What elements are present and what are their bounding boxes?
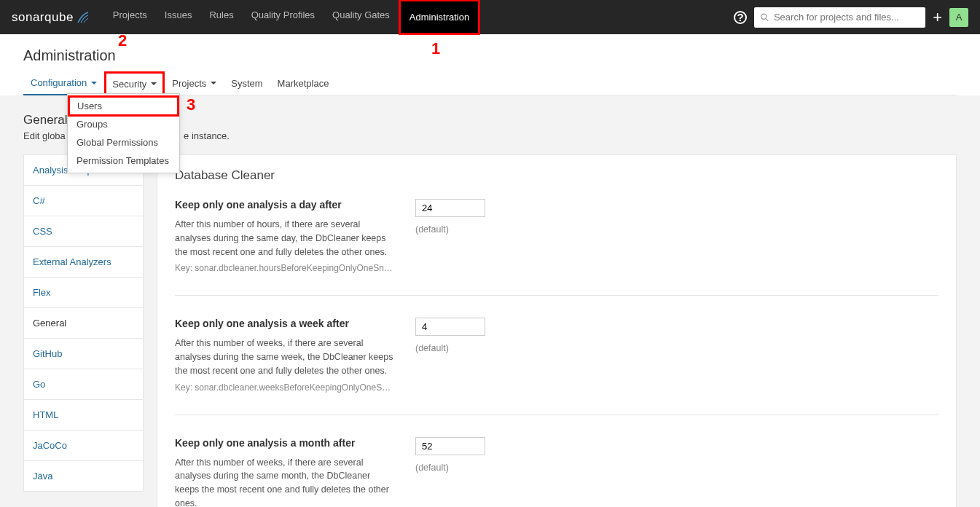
search-box[interactable] <box>754 7 925 28</box>
setting-input[interactable] <box>415 199 485 217</box>
chevron-down-icon <box>91 82 97 84</box>
search-icon <box>760 12 769 23</box>
cat-go[interactable]: Go <box>23 369 144 399</box>
nav-administration[interactable]: Administration <box>401 1 478 33</box>
topnav: sonarqube Projects Issues Rules Quality … <box>0 0 980 34</box>
nav-rules[interactable]: Rules <box>200 0 242 35</box>
setting-title: Keep only one analysis a day after <box>175 199 393 211</box>
setting-default-label: (default) <box>415 343 485 353</box>
cat-github[interactable]: GitHub <box>23 338 144 369</box>
topnav-menu: Projects Issues Rules Quality Profiles Q… <box>104 0 480 35</box>
svg-point-0 <box>761 14 767 19</box>
chevron-down-icon <box>151 82 157 85</box>
chevron-down-icon <box>211 82 216 84</box>
settings-panel: Database Cleaner Keep only one analysis … <box>157 154 957 507</box>
search-input[interactable] <box>774 12 920 23</box>
setting-row: Keep only one analysis a month after Aft… <box>175 437 938 508</box>
logo-text: sonarqube <box>12 10 74 25</box>
settings-layout: Analysis Scope C# CSS External Analyzers… <box>23 154 957 507</box>
tab-security-label: Security <box>112 79 146 90</box>
page-title: Administration <box>23 47 957 64</box>
setting-input[interactable] <box>415 318 485 336</box>
tab-configuration-label: Configuration <box>31 77 87 88</box>
setting-row: Keep only one analysis a week after Afte… <box>175 318 938 414</box>
dropdown-users[interactable]: Users <box>68 95 179 117</box>
setting-default-label: (default) <box>415 224 485 235</box>
tab-configuration[interactable]: Configuration <box>23 71 104 95</box>
dropdown-global-permissions[interactable]: Global Permissions <box>68 133 179 152</box>
cat-general[interactable]: General <box>23 307 144 338</box>
security-dropdown: Users Groups Global Permissions Permissi… <box>67 93 180 173</box>
tab-security[interactable]: Security <box>104 71 165 96</box>
tab-projects-label: Projects <box>172 78 206 89</box>
setting-desc: After this number of hours, if there are… <box>175 218 393 259</box>
setting-title: Keep only one analysis a month after <box>175 437 393 449</box>
setting-key: Key: sonar.dbcleaner.hoursBeforeKeepingO… <box>175 263 393 273</box>
cat-csharp[interactable]: C# <box>23 185 144 216</box>
logo[interactable]: sonarqube <box>12 10 91 25</box>
annotation-number-2: 2 <box>118 31 127 50</box>
tab-projects[interactable]: Projects <box>165 71 224 95</box>
nav-projects[interactable]: Projects <box>104 0 156 35</box>
setting-title: Keep only one analysis a week after <box>175 318 393 329</box>
section-desc-prefix: Edit globa <box>23 130 66 141</box>
setting-default-label: (default) <box>415 463 485 473</box>
section-desc-suffix: e instance. <box>184 130 230 141</box>
cat-java[interactable]: Java <box>23 460 144 492</box>
setting-input[interactable] <box>415 437 485 455</box>
setting-desc: After this number of weeks, if there are… <box>175 337 393 377</box>
admin-subnav: Configuration Security Projects System M… <box>23 71 957 95</box>
cat-external-analyzers[interactable]: External Analyzers <box>23 246 144 277</box>
create-button[interactable]: + <box>933 8 942 27</box>
annotation-box-1: Administration <box>399 0 480 35</box>
svg-line-1 <box>766 18 768 20</box>
panel-heading: Database Cleaner <box>175 168 938 183</box>
cat-html[interactable]: HTML <box>23 399 144 430</box>
setting-key: Key: sonar.dbcleaner.weeksBeforeKeepingO… <box>175 382 393 393</box>
cat-jacoco[interactable]: JaCoCo <box>23 430 144 460</box>
admin-header: 2 Administration Configuration Security … <box>0 34 980 95</box>
dropdown-groups[interactable]: Groups <box>68 115 179 133</box>
annotation-number-3: 3 <box>187 95 195 114</box>
category-sidebar: Analysis Scope C# CSS External Analyzers… <box>23 154 144 507</box>
nav-issues[interactable]: Issues <box>156 0 201 35</box>
tab-marketplace[interactable]: Marketplace <box>270 71 337 95</box>
nav-quality-gates[interactable]: Quality Gates <box>324 0 399 35</box>
cat-flex[interactable]: Flex <box>23 277 144 307</box>
tab-system[interactable]: System <box>224 71 270 95</box>
nav-quality-profiles[interactable]: Quality Profiles <box>243 0 324 35</box>
cat-css[interactable]: CSS <box>23 216 144 246</box>
setting-row: Keep only one analysis a day after After… <box>175 199 938 296</box>
setting-desc: After this number of weeks, if there are… <box>175 456 393 508</box>
help-icon[interactable]: ? <box>734 11 747 24</box>
avatar[interactable]: A <box>949 8 968 27</box>
logo-waves-icon <box>77 11 91 24</box>
topnav-right: ? + A <box>734 7 968 28</box>
dropdown-permission-templates[interactable]: Permission Templates <box>68 152 179 170</box>
